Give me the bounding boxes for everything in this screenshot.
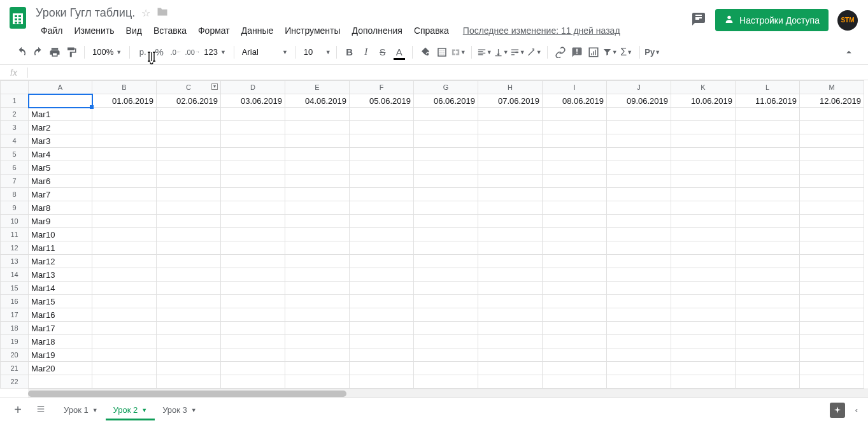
cell-L5[interactable] [736, 148, 800, 161]
cell-C11[interactable] [157, 228, 221, 241]
cell-D3[interactable] [221, 121, 285, 134]
row-header-20[interactable]: 20 [1, 348, 29, 362]
row-header-12[interactable]: 12 [1, 241, 29, 255]
cell-G1[interactable]: 06.06.2019 [414, 94, 478, 108]
cell-C4[interactable] [157, 134, 221, 148]
cell-I21[interactable] [543, 362, 607, 375]
cell-D21[interactable] [221, 362, 285, 375]
cell-G22[interactable] [414, 375, 478, 389]
cell-J22[interactable] [607, 375, 671, 389]
cell-K5[interactable] [671, 148, 736, 161]
cell-K9[interactable] [671, 201, 736, 215]
cell-L18[interactable] [736, 322, 800, 335]
cell-F6[interactable] [350, 161, 414, 175]
add-sheet-button[interactable]: + [10, 403, 25, 417]
cell-K7[interactable] [671, 175, 736, 188]
cell-E2[interactable] [285, 108, 350, 121]
cell-H5[interactable] [478, 148, 543, 161]
cell-H4[interactable] [478, 134, 543, 148]
cell-G18[interactable] [414, 322, 478, 335]
cell-H1[interactable]: 07.06.2019 [478, 94, 543, 108]
cell-I14[interactable] [543, 268, 607, 282]
col-header-E[interactable]: E [285, 81, 350, 94]
cell-H15[interactable] [478, 282, 543, 295]
cell-D5[interactable] [221, 148, 285, 161]
cell-F1[interactable]: 05.06.2019 [350, 94, 414, 108]
cell-F5[interactable] [350, 148, 414, 161]
cell-H22[interactable] [478, 375, 543, 389]
cell-M18[interactable] [800, 322, 864, 335]
cell-I2[interactable] [543, 108, 607, 121]
cell-L8[interactable] [736, 188, 800, 201]
cell-D20[interactable] [221, 348, 285, 362]
menu-help[interactable]: Справка [409, 23, 454, 38]
cell-B14[interactable] [92, 268, 157, 282]
sheet-tab-1[interactable]: Урок 2▼ [106, 400, 155, 420]
cell-M6[interactable] [800, 161, 864, 175]
row-header-5[interactable]: 5 [1, 148, 29, 161]
cell-A9[interactable]: Маг8 [29, 201, 92, 215]
cell-J10[interactable] [607, 215, 671, 228]
cell-M19[interactable] [800, 335, 864, 348]
cell-M14[interactable] [800, 268, 864, 282]
cell-D2[interactable] [221, 108, 285, 121]
cell-F18[interactable] [350, 322, 414, 335]
cell-A2[interactable]: Маг1 [29, 108, 92, 121]
col-header-B[interactable]: B [92, 81, 157, 94]
paint-format-button[interactable] [64, 44, 79, 61]
cell-F2[interactable] [350, 108, 414, 121]
cell-C17[interactable] [157, 308, 221, 322]
cell-K4[interactable] [671, 134, 736, 148]
folder-icon[interactable] [157, 7, 168, 18]
cell-D9[interactable] [221, 201, 285, 215]
cell-L20[interactable] [736, 348, 800, 362]
cell-D1[interactable]: 03.06.2019 [221, 94, 285, 108]
cell-K13[interactable] [671, 255, 736, 268]
cell-L21[interactable] [736, 362, 800, 375]
cell-J7[interactable] [607, 175, 671, 188]
cell-K15[interactable] [671, 282, 736, 295]
col-header-M[interactable]: M [800, 81, 864, 94]
cell-C1[interactable]: 02.06.2019 [157, 94, 221, 108]
zoom-select[interactable]: 100%▼ [90, 47, 124, 57]
cell-J19[interactable] [607, 335, 671, 348]
cell-E1[interactable]: 04.06.2019 [285, 94, 350, 108]
cell-B9[interactable] [92, 201, 157, 215]
cell-I3[interactable] [543, 121, 607, 134]
cell-G3[interactable] [414, 121, 478, 134]
input-tools-button[interactable]: Ру▼ [645, 44, 660, 61]
font-select[interactable]: Arial▼ [239, 47, 290, 57]
col-header-C[interactable]: C▾ [157, 81, 221, 94]
cell-L16[interactable] [736, 295, 800, 308]
doc-title[interactable]: Уроки Гугл таблиц. [36, 6, 135, 20]
cell-F21[interactable] [350, 362, 414, 375]
cell-M4[interactable] [800, 134, 864, 148]
cell-H19[interactable] [478, 335, 543, 348]
text-color-button[interactable]: A [392, 44, 407, 61]
cell-K21[interactable] [671, 362, 736, 375]
cell-L11[interactable] [736, 228, 800, 241]
undo-button[interactable] [14, 44, 29, 61]
cell-C16[interactable] [157, 295, 221, 308]
cell-A6[interactable]: Маг5 [29, 161, 92, 175]
cell-J8[interactable] [607, 188, 671, 201]
cell-C13[interactable] [157, 255, 221, 268]
cell-B11[interactable] [92, 228, 157, 241]
borders-button[interactable] [434, 44, 450, 61]
cell-I5[interactable] [543, 148, 607, 161]
cell-E6[interactable] [285, 161, 350, 175]
cell-H17[interactable] [478, 308, 543, 322]
cell-C10[interactable] [157, 215, 221, 228]
cell-D6[interactable] [221, 161, 285, 175]
cell-L14[interactable] [736, 268, 800, 282]
cell-B19[interactable] [92, 335, 157, 348]
cell-H9[interactable] [478, 201, 543, 215]
cell-M7[interactable] [800, 175, 864, 188]
menu-view[interactable]: Вид [121, 23, 147, 38]
cell-K10[interactable] [671, 215, 736, 228]
cell-G17[interactable] [414, 308, 478, 322]
cell-B16[interactable] [92, 295, 157, 308]
cell-A3[interactable]: Маг2 [29, 121, 92, 134]
cell-I9[interactable] [543, 201, 607, 215]
menu-insert[interactable]: Вставка [148, 23, 192, 38]
